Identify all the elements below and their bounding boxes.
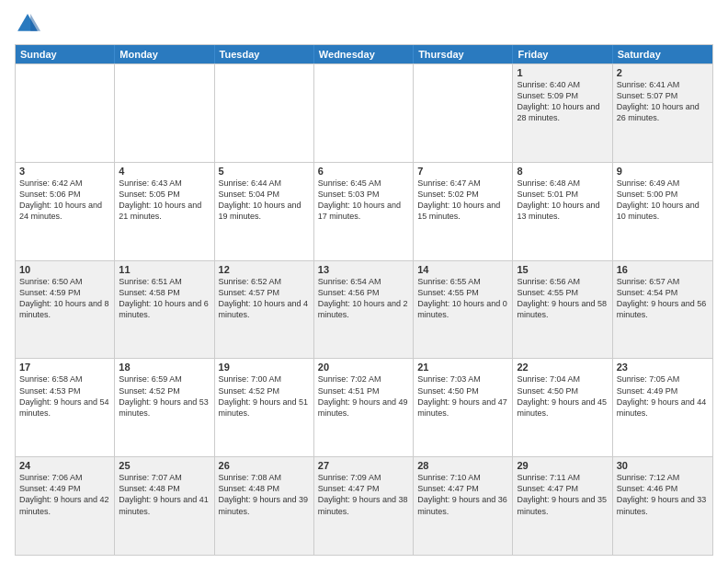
day-info: Sunrise: 6:40 AM Sunset: 5:09 PM Dayligh…	[517, 79, 608, 124]
day-cell-4: 4Sunrise: 6:43 AM Sunset: 5:05 PM Daylig…	[115, 163, 214, 260]
week-row-1: 1Sunrise: 6:40 AM Sunset: 5:09 PM Daylig…	[16, 63, 712, 162]
day-info: Sunrise: 7:07 AM Sunset: 4:48 PM Dayligh…	[119, 472, 210, 517]
day-info: Sunrise: 6:41 AM Sunset: 5:07 PM Dayligh…	[617, 79, 709, 124]
day-number: 19	[219, 362, 310, 373]
day-number: 7	[417, 166, 508, 177]
day-number: 30	[617, 460, 709, 471]
day-number: 11	[119, 264, 210, 275]
day-number: 2	[617, 67, 709, 78]
day-cell-10: 10Sunrise: 6:50 AM Sunset: 4:59 PM Dayli…	[16, 261, 115, 359]
day-number: 8	[517, 166, 608, 177]
day-cell-18: 18Sunrise: 6:59 AM Sunset: 4:52 PM Dayli…	[115, 359, 214, 456]
day-info: Sunrise: 6:56 AM Sunset: 4:55 PM Dayligh…	[517, 276, 608, 321]
day-cell-1: 1Sunrise: 6:40 AM Sunset: 5:09 PM Daylig…	[513, 64, 612, 162]
calendar-header: SundayMondayTuesdayWednesdayThursdayFrid…	[16, 45, 712, 63]
day-number: 14	[417, 264, 508, 275]
day-info: Sunrise: 7:09 AM Sunset: 4:47 PM Dayligh…	[318, 472, 409, 517]
day-number: 25	[119, 460, 210, 471]
day-info: Sunrise: 6:50 AM Sunset: 4:59 PM Dayligh…	[19, 276, 110, 321]
header-day-wednesday: Wednesday	[314, 45, 414, 63]
day-info: Sunrise: 6:58 AM Sunset: 4:53 PM Dayligh…	[19, 373, 110, 419]
day-info: Sunrise: 6:59 AM Sunset: 4:52 PM Dayligh…	[119, 373, 210, 419]
day-cell-3: 3Sunrise: 6:42 AM Sunset: 5:06 PM Daylig…	[16, 163, 115, 260]
empty-cell	[314, 64, 414, 162]
day-cell-22: 22Sunrise: 7:04 AM Sunset: 4:50 PM Dayli…	[513, 359, 612, 456]
day-cell-19: 19Sunrise: 7:00 AM Sunset: 4:52 PM Dayli…	[215, 359, 314, 456]
day-info: Sunrise: 6:55 AM Sunset: 4:55 PM Dayligh…	[417, 276, 508, 321]
day-cell-12: 12Sunrise: 6:52 AM Sunset: 4:57 PM Dayli…	[215, 261, 314, 359]
day-info: Sunrise: 7:03 AM Sunset: 4:50 PM Dayligh…	[417, 373, 508, 419]
day-number: 22	[517, 362, 608, 373]
empty-cell	[115, 64, 214, 162]
header-day-monday: Monday	[115, 45, 214, 63]
day-cell-16: 16Sunrise: 6:57 AM Sunset: 4:54 PM Dayli…	[613, 261, 712, 359]
day-cell-17: 17Sunrise: 6:58 AM Sunset: 4:53 PM Dayli…	[16, 359, 115, 456]
day-number: 9	[617, 166, 709, 177]
day-info: Sunrise: 6:47 AM Sunset: 5:02 PM Dayligh…	[417, 178, 508, 223]
empty-cell	[414, 64, 513, 162]
day-info: Sunrise: 6:43 AM Sunset: 5:05 PM Dayligh…	[119, 178, 210, 223]
day-info: Sunrise: 6:54 AM Sunset: 4:56 PM Dayligh…	[318, 276, 409, 321]
svg-marker-1	[30, 14, 40, 31]
empty-cell	[16, 64, 115, 162]
day-number: 27	[318, 460, 409, 471]
day-info: Sunrise: 7:11 AM Sunset: 4:47 PM Dayligh…	[517, 472, 608, 517]
day-cell-21: 21Sunrise: 7:03 AM Sunset: 4:50 PM Dayli…	[414, 359, 513, 456]
day-number: 13	[318, 264, 409, 275]
calendar: SundayMondayTuesdayWednesdayThursdayFrid…	[15, 44, 713, 556]
header-day-tuesday: Tuesday	[215, 45, 314, 63]
day-number: 18	[119, 362, 210, 373]
day-info: Sunrise: 6:44 AM Sunset: 5:04 PM Dayligh…	[219, 178, 310, 223]
day-cell-20: 20Sunrise: 7:02 AM Sunset: 4:51 PM Dayli…	[314, 359, 414, 456]
day-number: 12	[219, 264, 310, 275]
day-cell-13: 13Sunrise: 6:54 AM Sunset: 4:56 PM Dayli…	[314, 261, 414, 359]
day-cell-11: 11Sunrise: 6:51 AM Sunset: 4:58 PM Dayli…	[115, 261, 214, 359]
day-info: Sunrise: 7:08 AM Sunset: 4:48 PM Dayligh…	[219, 472, 310, 517]
day-number: 29	[517, 460, 608, 471]
week-row-3: 10Sunrise: 6:50 AM Sunset: 4:59 PM Dayli…	[16, 260, 712, 359]
day-number: 20	[318, 362, 409, 373]
day-info: Sunrise: 6:45 AM Sunset: 5:03 PM Dayligh…	[318, 178, 409, 223]
day-cell-29: 29Sunrise: 7:11 AM Sunset: 4:47 PM Dayli…	[513, 457, 612, 555]
day-cell-9: 9Sunrise: 6:49 AM Sunset: 5:00 PM Daylig…	[613, 163, 712, 260]
day-number: 17	[19, 362, 110, 373]
day-info: Sunrise: 6:51 AM Sunset: 4:58 PM Dayligh…	[119, 276, 210, 321]
day-info: Sunrise: 6:48 AM Sunset: 5:01 PM Dayligh…	[517, 178, 608, 223]
day-info: Sunrise: 7:10 AM Sunset: 4:47 PM Dayligh…	[417, 472, 508, 517]
header-day-thursday: Thursday	[414, 45, 513, 63]
day-info: Sunrise: 7:02 AM Sunset: 4:51 PM Dayligh…	[318, 373, 409, 419]
header-day-sunday: Sunday	[16, 45, 115, 63]
day-number: 28	[417, 460, 508, 471]
day-cell-28: 28Sunrise: 7:10 AM Sunset: 4:47 PM Dayli…	[414, 457, 513, 555]
day-number: 16	[617, 264, 709, 275]
day-info: Sunrise: 7:00 AM Sunset: 4:52 PM Dayligh…	[219, 373, 310, 419]
day-cell-8: 8Sunrise: 6:48 AM Sunset: 5:01 PM Daylig…	[513, 163, 612, 260]
day-number: 10	[19, 264, 110, 275]
day-info: Sunrise: 6:52 AM Sunset: 4:57 PM Dayligh…	[219, 276, 310, 321]
day-info: Sunrise: 7:04 AM Sunset: 4:50 PM Dayligh…	[517, 373, 608, 419]
logo-icon	[15, 11, 40, 37]
day-info: Sunrise: 6:57 AM Sunset: 4:54 PM Dayligh…	[617, 276, 709, 321]
calendar-body: 1Sunrise: 6:40 AM Sunset: 5:09 PM Daylig…	[16, 63, 712, 555]
day-info: Sunrise: 7:12 AM Sunset: 4:46 PM Dayligh…	[617, 472, 709, 517]
day-cell-23: 23Sunrise: 7:05 AM Sunset: 4:49 PM Dayli…	[613, 359, 712, 456]
day-number: 4	[119, 166, 210, 177]
page: SundayMondayTuesdayWednesdayThursdayFrid…	[0, 0, 728, 563]
day-cell-26: 26Sunrise: 7:08 AM Sunset: 4:48 PM Dayli…	[215, 457, 314, 555]
day-cell-2: 2Sunrise: 6:41 AM Sunset: 5:07 PM Daylig…	[613, 64, 712, 162]
day-cell-7: 7Sunrise: 6:47 AM Sunset: 5:02 PM Daylig…	[414, 163, 513, 260]
day-number: 5	[219, 166, 310, 177]
day-cell-25: 25Sunrise: 7:07 AM Sunset: 4:48 PM Dayli…	[115, 457, 214, 555]
day-info: Sunrise: 6:42 AM Sunset: 5:06 PM Dayligh…	[19, 178, 110, 223]
header	[15, 11, 713, 37]
header-day-saturday: Saturday	[613, 45, 712, 63]
week-row-5: 24Sunrise: 7:06 AM Sunset: 4:49 PM Dayli…	[16, 456, 712, 555]
day-cell-5: 5Sunrise: 6:44 AM Sunset: 5:04 PM Daylig…	[215, 163, 314, 260]
week-row-2: 3Sunrise: 6:42 AM Sunset: 5:06 PM Daylig…	[16, 162, 712, 260]
day-number: 23	[617, 362, 709, 373]
day-number: 24	[19, 460, 110, 471]
day-info: Sunrise: 7:05 AM Sunset: 4:49 PM Dayligh…	[617, 373, 709, 419]
logo	[15, 11, 44, 37]
day-number: 26	[219, 460, 310, 471]
week-row-4: 17Sunrise: 6:58 AM Sunset: 4:53 PM Dayli…	[16, 358, 712, 456]
